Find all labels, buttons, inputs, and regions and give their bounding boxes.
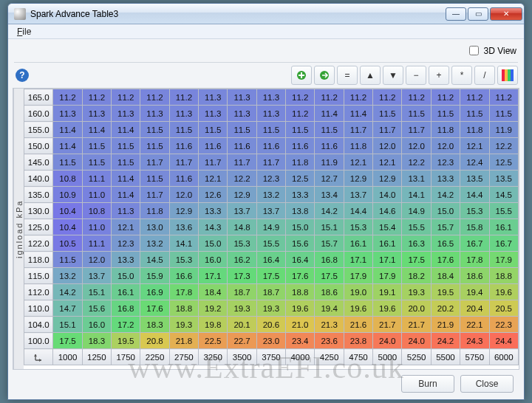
table-cell[interactable]: 21.6 [344,317,372,333]
table-cell[interactable]: 11.7 [228,154,256,170]
table-cell[interactable]: 16.4 [286,252,315,268]
table-cell[interactable]: 13.7 [82,268,111,284]
table-cell[interactable]: 18.3 [140,317,169,333]
table-cell[interactable]: 12.0 [82,252,111,268]
table-cell[interactable]: 19.6 [373,300,402,317]
minus-icon[interactable]: − [406,66,426,85]
table-cell[interactable]: 17.8 [169,284,198,300]
table-cell[interactable]: 15.0 [199,235,228,252]
table-cell[interactable]: 11.6 [199,138,228,154]
table-cell[interactable]: 16.0 [82,317,111,333]
table-cell[interactable]: 11.5 [169,122,198,138]
table-cell[interactable]: 11.3 [228,106,256,122]
table-cell[interactable]: 16.3 [402,235,431,252]
table-cell[interactable]: 11.7 [402,122,431,138]
table-cell[interactable]: 14.9 [256,219,285,235]
table-cell[interactable]: 24.0 [373,333,402,349]
table-cell[interactable]: 15.3 [344,219,372,235]
table-cell[interactable]: 11.3 [112,106,140,122]
row-header[interactable]: 115.0 [24,268,53,284]
table-cell[interactable]: 11.2 [315,89,344,106]
table-cell[interactable]: 11.5 [315,122,344,138]
table-cell[interactable]: 11.5 [140,170,169,187]
table-cell[interactable]: 11.6 [256,138,285,154]
table-cell[interactable]: 11.7 [140,187,169,203]
col-header[interactable]: 1750 [112,349,140,365]
row-header[interactable]: 160.0 [24,106,53,122]
table-cell[interactable]: 14.4 [460,187,489,203]
table-cell[interactable]: 21.7 [402,317,431,333]
table-cell[interactable]: 11.2 [169,89,198,106]
table-cell[interactable]: 15.1 [53,317,82,333]
table-cell[interactable]: 13.2 [140,235,169,252]
table-cell[interactable]: 11.3 [53,106,82,122]
table-cell[interactable]: 11.5 [460,106,489,122]
col-header[interactable]: 1000 [53,349,82,365]
table-cell[interactable]: 21.0 [286,317,315,333]
table-cell[interactable]: 11.5 [286,122,315,138]
table-cell[interactable]: 12.3 [256,170,285,187]
table-cell[interactable]: 18.2 [402,268,431,284]
table-cell[interactable]: 15.8 [460,219,489,235]
table-cell[interactable]: 14.6 [373,203,402,219]
table-cell[interactable]: 16.9 [140,284,169,300]
col-header[interactable]: 5000 [373,349,402,365]
table-cell[interactable]: 18.4 [199,284,228,300]
table-cell[interactable]: 17.6 [286,268,315,284]
table-cell[interactable]: 13.3 [431,170,460,187]
table-cell[interactable]: 15.4 [373,219,402,235]
table-cell[interactable]: 14.0 [373,187,402,203]
table-cell[interactable]: 14.4 [344,203,372,219]
up-icon[interactable]: ▲ [360,66,381,85]
table-cell[interactable]: 11.2 [431,89,460,106]
table-cell[interactable]: 14.2 [53,284,82,300]
col-header[interactable]: 2250 [140,349,169,365]
table-cell[interactable]: 12.9 [169,203,198,219]
table-cell[interactable]: 13.7 [344,187,372,203]
table-cell[interactable]: 13.3 [112,252,140,268]
row-header[interactable]: 150.0 [24,138,53,154]
close-button[interactable]: ✕ [490,7,522,21]
table-cell[interactable]: 24.4 [489,333,519,349]
col-header[interactable]: 4250 [315,349,344,365]
table-cell[interactable]: 11.5 [140,122,169,138]
table-cell[interactable]: 11.7 [344,122,372,138]
table-cell[interactable]: 11.5 [82,154,111,170]
menu-file[interactable]: File [13,26,35,38]
table-cell[interactable]: 19.5 [112,333,140,349]
table-cell[interactable]: 11.8 [344,138,372,154]
3dview-checkbox[interactable] [469,46,479,55]
table-cell[interactable]: 11.3 [256,89,285,106]
table-cell[interactable]: 15.3 [169,252,198,268]
table-cell[interactable]: 23.8 [344,333,372,349]
table-cell[interactable]: 21.3 [315,317,344,333]
table-cell[interactable]: 11.3 [199,106,228,122]
add-green-icon[interactable] [291,66,312,85]
table-cell[interactable]: 11.3 [82,106,111,122]
table-cell[interactable]: 11.5 [431,106,460,122]
table-cell[interactable]: 20.4 [460,300,489,317]
table-cell[interactable]: 12.9 [228,187,256,203]
table-cell[interactable]: 11.2 [286,106,315,122]
table-cell[interactable]: 12.1 [112,219,140,235]
table-cell[interactable]: 11.1 [82,170,111,187]
table-cell[interactable]: 15.7 [315,235,344,252]
table-cell[interactable]: 11.3 [169,106,198,122]
table-cell[interactable]: 11.9 [489,122,519,138]
table-cell[interactable]: 11.8 [140,203,169,219]
table-cell[interactable]: 11.2 [53,89,82,106]
table-cell[interactable]: 24.3 [460,333,489,349]
table-cell[interactable]: 11.4 [344,106,372,122]
table-cell[interactable]: 12.9 [344,170,372,187]
table-cell[interactable]: 13.8 [286,203,315,219]
table-cell[interactable]: 10.4 [53,203,82,219]
table-cell[interactable]: 11.7 [140,154,169,170]
table-cell[interactable]: 11.0 [82,219,111,235]
table-cell[interactable]: 17.5 [402,252,431,268]
table-cell[interactable]: 11.5 [228,122,256,138]
3dview-toggle[interactable]: 3D View [466,44,516,58]
row-header[interactable]: 125.0 [24,219,53,235]
table-cell[interactable]: 19.6 [489,284,519,300]
table-cell[interactable]: 11.0 [82,187,111,203]
table-cell[interactable]: 21.7 [373,317,402,333]
